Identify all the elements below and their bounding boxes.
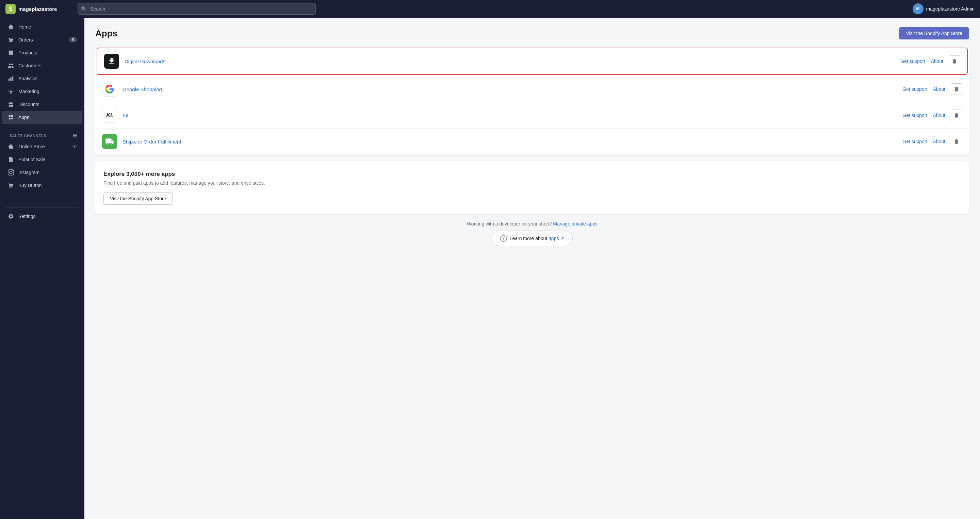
apps-card: Digital Downloads Get support About: [95, 48, 969, 154]
sidebar-item-label: Instagram: [18, 170, 40, 175]
sidebar-item-label: Marketing: [18, 89, 39, 94]
brand-logo[interactable]: S mageplazastore: [5, 4, 73, 14]
shipwire-about-link[interactable]: About: [933, 139, 945, 144]
app-item-digital-downloads: Digital Downloads Get support About: [97, 48, 968, 75]
sidebar-item-instagram[interactable]: Instagram: [2, 166, 82, 179]
search-icon: 🔍: [81, 6, 87, 11]
sidebar: Home Orders 9 Products Customers Analy: [0, 18, 84, 519]
sidebar-item-label: Products: [18, 50, 37, 56]
digital-downloads-support-link[interactable]: Get support: [900, 59, 925, 64]
sidebar-item-home[interactable]: Home: [2, 21, 82, 33]
point-of-sale-icon: [8, 156, 14, 163]
kit-link[interactable]: Kit: [123, 113, 129, 118]
digital-downloads-link[interactable]: Digital Downloads: [124, 59, 165, 64]
google-shopping-link[interactable]: Google Shopping: [123, 86, 162, 92]
search-input[interactable]: [78, 3, 316, 14]
sidebar-item-orders[interactable]: Orders 9: [2, 33, 82, 46]
sidebar-item-label: Apps: [18, 114, 29, 120]
explore-card: Explore 3,000+ more apps Find free and p…: [95, 161, 969, 214]
explore-description: Find free and paid apps to add features,…: [103, 180, 961, 186]
sidebar-item-online-store[interactable]: Online Store 👁: [2, 140, 82, 153]
avatar: M: [913, 3, 924, 14]
manage-private-apps-link[interactable]: Manage private apps: [553, 221, 598, 227]
footer-working-text: Working with a developer on your shop? M…: [95, 221, 969, 227]
digital-downloads-icon: [104, 54, 119, 69]
sidebar-item-products[interactable]: Products: [2, 46, 82, 59]
home-icon: [8, 24, 14, 30]
top-nav-right: M mageplazastore Admin: [913, 3, 975, 14]
app-item-google-shopping: Google Shopping Get support About: [95, 76, 969, 102]
explore-title: Explore 3,000+ more apps: [103, 171, 961, 178]
kit-about-link[interactable]: About: [933, 113, 945, 118]
eye-icon[interactable]: 👁: [73, 144, 77, 149]
brand-name: mageplazastore: [18, 6, 57, 12]
sidebar-item-analytics[interactable]: Analytics: [2, 72, 82, 85]
app-item-kit: Ki. Kit Get support About: [95, 102, 969, 129]
digital-downloads-about-link[interactable]: About: [931, 59, 943, 64]
sidebar-divider: [5, 126, 79, 126]
sidebar-item-customers[interactable]: Customers: [2, 59, 82, 72]
customers-icon: [8, 62, 14, 69]
sidebar-item-label: Analytics: [18, 76, 37, 81]
main-content: Apps Visit the Shopify App Store Digital…: [84, 18, 980, 519]
top-navigation: S mageplazastore 🔍 M mageplazastore Admi…: [0, 0, 980, 18]
google-shopping-delete-button[interactable]: [951, 83, 962, 95]
sidebar-item-discounts[interactable]: Discounts: [2, 98, 82, 111]
admin-label: mageplazastore Admin: [926, 6, 975, 11]
sidebar-item-point-of-sale[interactable]: Point of Sale: [2, 153, 82, 166]
page-header: Apps Visit the Shopify App Store: [95, 27, 969, 40]
sidebar-item-apps[interactable]: Apps: [2, 111, 82, 124]
marketing-icon: [8, 88, 14, 95]
orders-icon: [8, 37, 14, 43]
learn-more-button[interactable]: ? Learn more about apps ↗: [492, 230, 573, 246]
kit-actions: Get support About: [902, 110, 962, 121]
explore-section: Explore 3,000+ more apps Find free and p…: [95, 161, 969, 214]
shipwire-link[interactable]: Shipwire Order Fulfillment: [123, 139, 181, 144]
sidebar-item-label: Point of Sale: [18, 157, 45, 162]
online-store-icon: [8, 143, 14, 150]
sidebar-bottom-divider: [5, 208, 79, 208]
sidebar-item-label: Settings: [18, 214, 36, 219]
shipwire-icon: [102, 134, 117, 149]
instagram-icon: [8, 169, 14, 176]
learn-more-text: Learn more about apps ↗: [510, 236, 565, 241]
analytics-icon: [8, 75, 14, 82]
explore-visit-store-button[interactable]: Visit the Shopify App Store: [103, 192, 173, 205]
help-icon: ?: [500, 235, 507, 242]
sidebar-item-settings[interactable]: Settings: [2, 210, 82, 223]
sidebar-item-label: Orders: [18, 37, 33, 43]
digital-downloads-delete-button[interactable]: [949, 56, 960, 67]
kit-icon: Ki.: [102, 108, 117, 123]
google-shopping-about-link[interactable]: About: [933, 86, 945, 92]
apps-icon: [8, 114, 14, 121]
google-shopping-actions: Get support About: [902, 83, 962, 95]
apps-link[interactable]: apps ↗: [549, 236, 564, 241]
search-bar: 🔍: [78, 3, 316, 14]
sidebar-item-buy-button[interactable]: Buy Button: [2, 179, 82, 192]
app-item-shipwire: Shipwire Order Fulfillment Get support A…: [95, 129, 969, 154]
sidebar-item-label: Discounts: [18, 102, 39, 107]
buy-button-icon: [8, 182, 14, 189]
page-title: Apps: [95, 28, 118, 39]
shipwire-support-link[interactable]: Get support: [902, 139, 927, 144]
digital-downloads-actions: Get support About: [900, 56, 960, 67]
google-shopping-icon: [102, 82, 117, 97]
sidebar-item-label: Customers: [18, 63, 41, 68]
shopify-icon: S: [5, 4, 16, 14]
sidebar-item-marketing[interactable]: Marketing: [2, 85, 82, 98]
add-sales-channel-button[interactable]: ⊕: [73, 132, 77, 139]
discounts-icon: [8, 101, 14, 108]
shipwire-actions: Get support About: [902, 136, 962, 147]
visit-app-store-button[interactable]: Visit the Shopify App Store: [899, 27, 969, 40]
sales-channels-label: SALES CHANNELS ⊕: [2, 128, 82, 140]
settings-icon: [8, 213, 14, 220]
kit-support-link[interactable]: Get support: [902, 113, 927, 118]
orders-badge: 9: [69, 37, 77, 43]
products-icon: [8, 49, 14, 56]
sidebar-item-label: Online Store: [18, 144, 45, 149]
sidebar-item-label: Buy Button: [18, 183, 42, 188]
google-shopping-support-link[interactable]: Get support: [902, 86, 927, 92]
sidebar-item-label: Home: [18, 24, 31, 30]
shipwire-delete-button[interactable]: [951, 136, 962, 147]
kit-delete-button[interactable]: [951, 110, 962, 121]
